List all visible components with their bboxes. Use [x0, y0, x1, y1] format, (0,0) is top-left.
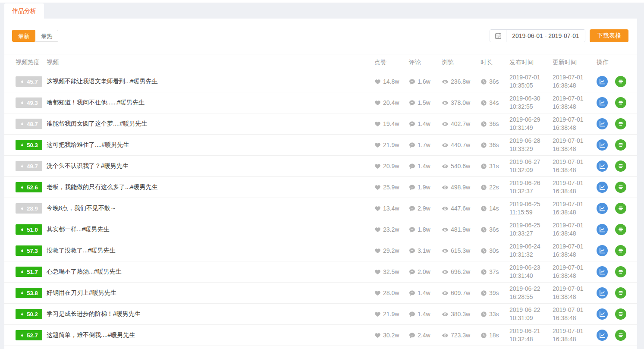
details-button[interactable] — [615, 266, 626, 277]
video-title: 这可把我给难住了....#暖男先生 — [47, 141, 129, 148]
content-panel: 最新 最热 下载表格 视频热度 视频 点赞 评论 浏览 — [4, 19, 637, 349]
views-cell: 481.9w — [438, 226, 477, 233]
table-row: 52.7 这题简单，难不倒我....#暖男先生 30.2w 2.4w 723.3… — [4, 325, 637, 346]
details-button[interactable] — [615, 118, 626, 129]
trend-chart-button[interactable] — [597, 245, 608, 256]
list-icon — [617, 120, 624, 127]
update-time-cell: 2019-07-01 16:38:48 — [550, 264, 594, 280]
update-date: 2019-07-01 — [553, 179, 594, 187]
heat-value: 50.3 — [27, 142, 38, 148]
details-button[interactable] — [615, 76, 626, 87]
heat-badge: 49.3 — [16, 97, 42, 108]
clock-icon — [481, 163, 487, 170]
details-button[interactable] — [615, 308, 626, 320]
details-button[interactable] — [615, 224, 626, 235]
likes-cell: 21.9w — [371, 141, 405, 148]
update-time-cell: 2019-07-01 16:38:48 — [550, 221, 594, 238]
duration-cell: 31s — [477, 163, 506, 170]
trend-chart-button[interactable] — [597, 160, 608, 172]
calendar-button[interactable] — [490, 30, 506, 42]
trend-chart-button[interactable] — [597, 97, 608, 108]
publish-date: 2019-06-25 — [509, 200, 550, 208]
heat-badge: 52.6 — [16, 182, 42, 192]
table-row: 52.6 老板，我能做的只有这么多了...#暖男先生 25.9w 1.9w 49… — [4, 177, 637, 198]
tab-label: 作品分析 — [12, 7, 36, 15]
line-chart-icon — [599, 99, 606, 106]
duration-value: 14s — [489, 205, 499, 212]
table-row: 53.8 好钢用在刀刃上#暖男先生 28.0w 1.4w 609.7w — [4, 283, 637, 304]
views-cell: 498.9w — [438, 184, 477, 191]
heat-badge: 52.7 — [16, 330, 42, 340]
update-time-cell: 2019-07-01 16:38:48 — [550, 179, 594, 195]
details-button[interactable] — [615, 97, 626, 108]
sort-hottest-button[interactable]: 最热 — [35, 30, 58, 42]
tab-bar: 作品分析 — [0, 3, 644, 19]
update-time-cell: 2019-07-01 16:38:48 — [550, 200, 594, 217]
details-button[interactable] — [615, 330, 626, 341]
publish-time-cell: 2019-06-23 10:31:40 — [506, 264, 550, 280]
table-row: 49.3 啥都知道！我问不住他......#暖男先生 20.4w 1.5w 37… — [4, 92, 637, 113]
eye-icon — [442, 248, 449, 254]
trend-chart-button[interactable] — [597, 118, 608, 129]
comment-icon — [409, 205, 415, 212]
publish-date: 2019-06-30 — [509, 94, 550, 103]
flame-icon — [20, 269, 25, 275]
flame-icon — [20, 142, 25, 148]
flame-icon — [20, 163, 25, 169]
trend-chart-button[interactable] — [597, 203, 608, 214]
heat-badge: 50.3 — [16, 140, 42, 150]
likes-cell: 19.4w — [371, 120, 405, 127]
update-date: 2019-07-01 — [553, 73, 594, 82]
actions-cell — [594, 308, 628, 320]
update-date: 2019-07-01 — [553, 327, 594, 335]
comments-value: 3.1w — [418, 247, 430, 254]
trend-chart-button[interactable] — [597, 182, 608, 193]
details-button[interactable] — [615, 182, 626, 193]
details-button[interactable] — [615, 245, 626, 256]
duration-value: 33s — [489, 311, 499, 318]
table-row: 28.9 今晚8点，我们不见不散～ 13.4w 2.9w 447.6w — [4, 198, 637, 219]
update-clock: 16:38:48 — [553, 230, 594, 238]
line-chart-icon — [599, 78, 606, 85]
sort-toggle: 最新 最热 — [12, 30, 58, 42]
flame-icon — [20, 100, 25, 106]
views-value: 378.0w — [451, 99, 470, 106]
eye-icon — [442, 269, 449, 275]
trend-chart-button[interactable] — [597, 330, 608, 341]
heat-value: 52.7 — [27, 332, 38, 339]
download-table-button[interactable]: 下载表格 — [590, 29, 628, 42]
trend-chart-button[interactable] — [597, 224, 608, 235]
trend-chart-button[interactable] — [597, 76, 608, 87]
header-publish-time: 发布时间 — [506, 59, 550, 66]
details-button[interactable] — [615, 139, 626, 151]
trend-chart-button[interactable] — [597, 287, 608, 299]
date-range-input[interactable] — [506, 30, 585, 42]
details-button[interactable] — [615, 287, 626, 299]
actions-cell — [594, 203, 628, 214]
details-button[interactable] — [615, 160, 626, 172]
comments-cell: 1.6w — [405, 78, 438, 85]
eye-icon — [442, 290, 449, 296]
sort-newest-button[interactable]: 最新 — [12, 30, 35, 42]
publish-date: 2019-06-26 — [509, 179, 550, 187]
heat-value: 50.2 — [27, 311, 38, 318]
publish-date: 2019-06-25 — [509, 221, 550, 230]
update-date: 2019-07-01 — [553, 158, 594, 166]
duration-value: 34s — [489, 99, 499, 106]
heat-value: 57.3 — [27, 248, 38, 254]
publish-time-cell: 2019-06-29 10:31:49 — [506, 116, 550, 132]
date-range-picker — [490, 29, 585, 42]
publish-date: 2019-07-01 — [509, 73, 550, 82]
duration-cell: 30s — [477, 247, 506, 254]
publish-clock: 10:31:40 — [509, 272, 550, 280]
trend-chart-button[interactable] — [597, 308, 608, 320]
views-value: 540.6w — [451, 163, 470, 170]
publish-time-cell: 2019-07-01 10:35:05 — [506, 73, 550, 90]
tab-works-analysis[interactable]: 作品分析 — [4, 3, 44, 19]
trend-chart-button[interactable] — [597, 266, 608, 277]
trend-chart-button[interactable] — [597, 139, 608, 151]
details-button[interactable] — [615, 203, 626, 214]
publish-date: 2019-06-24 — [509, 242, 550, 251]
clock-icon — [481, 205, 487, 212]
likes-cell: 23.2w — [371, 226, 405, 233]
